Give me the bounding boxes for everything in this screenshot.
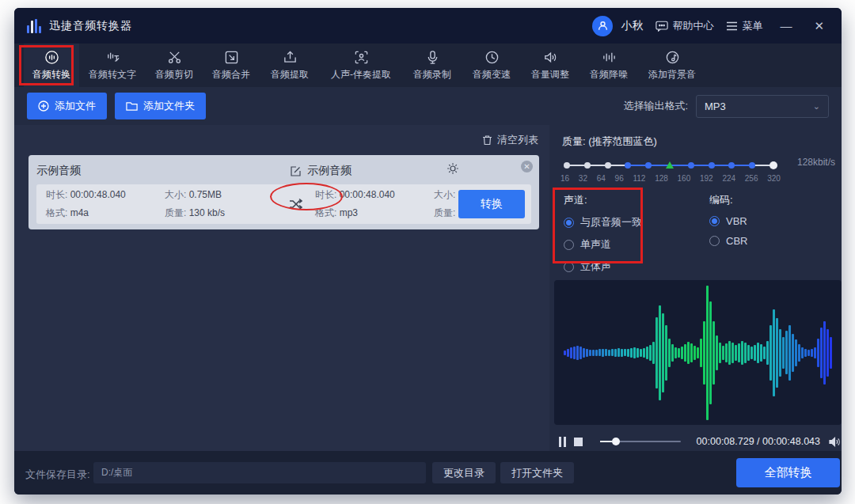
tab-audio-merge[interactable]: 音频合并: [203, 44, 260, 87]
save-dir-label: 文件保存目录:: [25, 468, 90, 482]
quality-slider[interactable]: [567, 161, 774, 169]
progress-handle[interactable]: [612, 438, 620, 445]
waveform-preview: [554, 280, 842, 425]
radio-icon: [564, 262, 574, 272]
radio-channel-mono[interactable]: 单声道: [564, 237, 642, 252]
folder-icon: [126, 101, 138, 112]
radio-channel-stereo[interactable]: 立体声: [564, 260, 642, 274]
radio-encoding-cbr[interactable]: CBR: [709, 235, 747, 247]
target-file-title: 示例音频: [290, 164, 352, 178]
username[interactable]: 小秋: [621, 19, 643, 33]
convert-circle-icon: [44, 50, 59, 65]
clear-list-button[interactable]: 清空列表: [482, 133, 538, 147]
save-dir-input[interactable]: [93, 462, 426, 483]
tab-audio-extract[interactable]: 音频提取: [260, 44, 320, 87]
clock-icon: [484, 50, 500, 65]
tab-audio-denoise[interactable]: 音频降噪: [580, 44, 638, 87]
volume-button[interactable]: [828, 436, 842, 448]
app-window: 迅捷音频转换器 小秋 帮助中心: [14, 8, 842, 495]
channel-group: 声道: 与原音频一致 单声道 立体声: [564, 193, 642, 274]
radio-icon: [564, 218, 574, 228]
source-file-title: 示例音频: [36, 164, 81, 178]
minimize-button[interactable]: —: [775, 17, 796, 34]
stop-button[interactable]: [574, 438, 583, 446]
encoding-label: 编码:: [709, 193, 747, 207]
slider-dot[interactable]: [605, 162, 611, 169]
app-title: 迅捷音频转换器: [49, 19, 132, 33]
radio-icon: [709, 236, 720, 246]
radio-encoding-vbr[interactable]: VBR: [709, 215, 747, 227]
slider-current-marker[interactable]: [666, 161, 674, 169]
file-settings-button[interactable]: [446, 162, 459, 175]
encoding-group: 编码: VBR CBR: [709, 193, 747, 247]
slider-dot[interactable]: [688, 162, 694, 169]
settings-panel: 质量: (推荐范围蓝色): [554, 125, 842, 451]
app-logo-icon: [27, 19, 41, 33]
slider-dot[interactable]: [645, 162, 652, 169]
convert-button[interactable]: 转换: [458, 190, 525, 218]
file-card: 示例音频 示例音频 ✕: [28, 155, 539, 229]
audio-to-text-icon: [105, 50, 120, 65]
tab-add-bgm[interactable]: 添加背景音: [638, 44, 706, 87]
footer-bar: 文件保存目录: 更改目录 打开文件夹 全部转换: [14, 451, 842, 495]
speaker-icon: [828, 436, 842, 448]
bgm-icon: [665, 50, 680, 65]
scissors-icon: [167, 50, 182, 65]
title-bar: 迅捷音频转换器 小秋 帮助中心: [14, 8, 842, 44]
quality-current-value: 128kbit/s: [797, 157, 835, 168]
waveform-bars: [564, 280, 833, 425]
tab-volume-adjust[interactable]: 音量调整: [521, 44, 580, 87]
slider-handle[interactable]: [770, 161, 777, 169]
microphone-icon: [425, 50, 440, 65]
chat-bubble-icon: [656, 21, 668, 32]
edit-icon[interactable]: [290, 165, 302, 177]
channel-label: 声道:: [564, 193, 642, 207]
quality-label: 质量: (推荐范围蓝色): [562, 135, 657, 149]
shuffle-arrows-icon: [288, 198, 302, 210]
slider-dot[interactable]: [584, 162, 591, 169]
radio-channel-original[interactable]: 与原音频一致: [564, 215, 642, 229]
tab-audio-record[interactable]: 音频录制: [402, 44, 462, 87]
vocal-extract-icon: [354, 50, 369, 65]
output-format-select[interactable]: MP3 ⌄: [696, 95, 829, 118]
app-screenshot: 迅捷音频转换器 小秋 帮助中心: [0, 0, 855, 504]
menu-button[interactable]: 菜单: [726, 19, 762, 33]
add-folder-button[interactable]: 添加文件夹: [115, 93, 206, 119]
radio-icon: [564, 240, 574, 250]
change-dir-button[interactable]: 更改目录: [432, 462, 496, 483]
close-button[interactable]: ✕: [809, 17, 829, 35]
playback-time: 00:00:08.729 / 00:00:48.043: [697, 436, 820, 447]
tab-audio-to-text[interactable]: 音频转文字: [79, 44, 146, 87]
convert-all-button[interactable]: 全部转换: [736, 458, 840, 487]
denoise-bars-icon: [602, 50, 617, 65]
remove-file-button[interactable]: ✕: [521, 161, 533, 172]
tab-audio-convert[interactable]: 音频转换: [24, 44, 79, 87]
extract-icon: [283, 50, 298, 65]
add-file-button[interactable]: 添加文件: [27, 93, 107, 119]
speaker-icon: [543, 50, 558, 65]
feature-toolbar: 音频转换 音频转文字 音频剪切 音频合并: [14, 44, 842, 87]
file-info-row: 时长: 00:00:48.040 大小: 0.75MB 格式: m4a 质量: …: [36, 184, 531, 224]
slider-dot[interactable]: [625, 162, 631, 169]
plus-circle-icon: [38, 100, 49, 112]
trash-icon: [482, 135, 492, 146]
slider-dot[interactable]: [709, 162, 715, 169]
file-list-panel: 清空列表 示例音频 示例音频: [14, 125, 549, 451]
slider-dot[interactable]: [749, 162, 755, 169]
person-icon: [597, 20, 609, 32]
quality-tick-labels: 1632 6496 112128 160192 224256 320: [560, 174, 781, 183]
playback-progress-bar[interactable]: [600, 441, 681, 442]
tab-vocal-extract[interactable]: 人声-伴奏提取: [320, 44, 402, 87]
user-avatar[interactable]: [592, 16, 613, 36]
tab-audio-speed[interactable]: 音频变速: [462, 44, 521, 87]
hamburger-icon: [726, 21, 738, 31]
output-format-label: 选择输出格式:: [623, 99, 688, 113]
pause-button[interactable]: [559, 437, 566, 447]
open-folder-button[interactable]: 打开文件夹: [500, 462, 574, 483]
help-center-button[interactable]: 帮助中心: [656, 19, 713, 33]
tab-audio-cut[interactable]: 音频剪切: [146, 44, 203, 87]
playback-controls: 00:00:08.729 / 00:00:48.043: [559, 432, 842, 451]
action-row: 添加文件 添加文件夹 选择输出格式: MP3 ⌄: [14, 87, 842, 125]
slider-dot[interactable]: [564, 162, 570, 169]
slider-dot[interactable]: [728, 162, 735, 169]
